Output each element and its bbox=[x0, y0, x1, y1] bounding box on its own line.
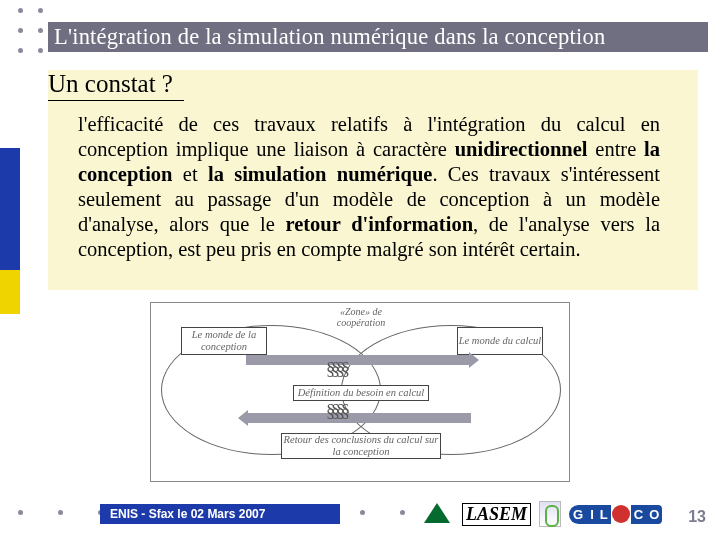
arrow-right bbox=[246, 355, 471, 365]
body-paragraph: l'efficacité de ces travaux relatifs à l… bbox=[78, 112, 660, 262]
dot-icon bbox=[38, 8, 43, 13]
dot-icon bbox=[18, 48, 23, 53]
sidebar-accent-yellow bbox=[0, 270, 20, 314]
dot-icon bbox=[58, 510, 63, 515]
spring-icon: §§§§ bbox=[326, 401, 346, 422]
dot-icon bbox=[360, 510, 365, 515]
box-definition: Définition du besoin en calcul bbox=[293, 385, 429, 401]
spring-icon: §§§§ bbox=[326, 359, 346, 380]
dot-icon bbox=[38, 48, 43, 53]
gilco-i: I bbox=[587, 505, 597, 524]
box-calcul: Le monde du calcul bbox=[457, 327, 543, 355]
cog-icon bbox=[612, 505, 630, 523]
gilco-logo: G I L C O bbox=[569, 503, 662, 525]
dot-icon bbox=[400, 510, 405, 515]
triangle-logo-icon bbox=[420, 501, 454, 527]
slide: L'intégration de la simulation numérique… bbox=[0, 0, 720, 540]
footer-logos: LASEM G I L C O bbox=[420, 498, 710, 530]
footer-date-strip: ENIS - Sfax le 02 Mars 2007 bbox=[100, 504, 340, 524]
dot-icon bbox=[18, 8, 23, 13]
box-conception: Le monde de la conception bbox=[181, 327, 267, 355]
page-number: 13 bbox=[688, 508, 706, 526]
dot-icon bbox=[18, 28, 23, 33]
gilco-c: C bbox=[631, 505, 646, 524]
box-retour: Retour des conclusions du calcul sur la … bbox=[281, 433, 441, 459]
gilco-o: O bbox=[646, 505, 662, 524]
slide-title-bar: L'intégration de la simulation numérique… bbox=[48, 22, 708, 52]
label-zone: «Zone» de coopération bbox=[321, 307, 401, 328]
arrow-left bbox=[246, 413, 471, 423]
gilco-l: L bbox=[597, 505, 611, 524]
slide-title: L'intégration de la simulation numérique… bbox=[54, 24, 605, 50]
dot-icon bbox=[18, 510, 23, 515]
dot-icon bbox=[38, 28, 43, 33]
gilco-g: G bbox=[569, 505, 587, 524]
inp-logo-icon bbox=[539, 501, 561, 527]
slide-subtitle: Un constat ? bbox=[48, 70, 173, 98]
cooperation-diagram: Le monde de la conception Le monde du ca… bbox=[150, 302, 570, 482]
sidebar-accent-blue bbox=[0, 148, 20, 270]
subtitle-underline bbox=[48, 100, 184, 101]
lasem-logo: LASEM bbox=[462, 503, 531, 526]
